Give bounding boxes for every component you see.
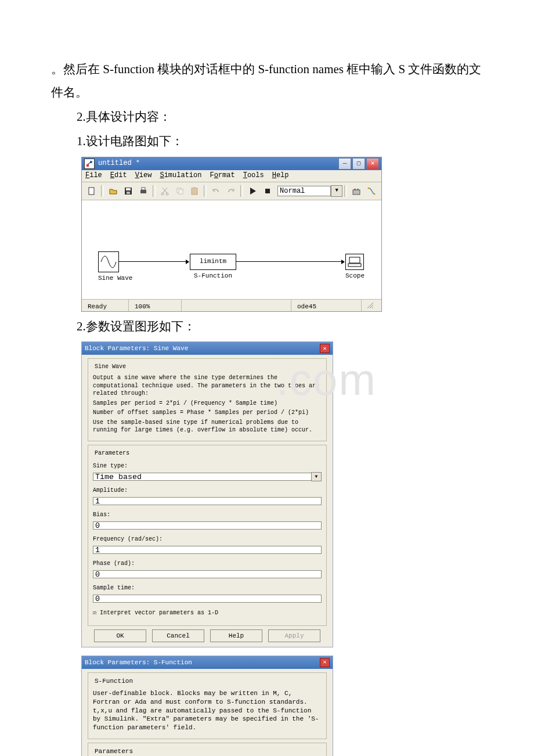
svg-rect-18 [357, 189, 359, 190]
simulink-window: untitled * — ▢ ✕ File Edit View Simulati… [81, 157, 382, 312]
library-browser-icon[interactable] [349, 185, 363, 197]
svg-rect-13 [192, 188, 197, 195]
window-title: untitled * [98, 157, 140, 170]
dialog-title: Block Parameters: S-Function [85, 657, 192, 669]
svg-rect-7 [140, 190, 146, 193]
frequency-label: Frequency (rad/sec): [93, 534, 322, 545]
minimize-button[interactable]: — [338, 158, 351, 170]
toolbar: ▼ [82, 182, 381, 200]
mode-dropdown-icon[interactable]: ▼ [331, 185, 342, 197]
svg-point-20 [373, 193, 375, 195]
cut-icon[interactable] [158, 185, 172, 197]
s-function-block[interactable]: limintm S-Function [190, 254, 236, 282]
svg-rect-5 [126, 188, 131, 190]
desc-4: Use the sample-based sine type if numeri… [93, 419, 322, 434]
svg-rect-0 [86, 164, 89, 167]
menu-edit[interactable]: Edit [110, 169, 127, 182]
wire-1 [119, 261, 189, 262]
svg-rect-8 [142, 188, 145, 190]
save-icon[interactable] [121, 185, 135, 197]
dialog-title: Block Parameters: Sine Wave [85, 343, 188, 355]
status-bar: Ready 100% ode45 [82, 299, 381, 311]
parameters-legend: Parameters [93, 448, 131, 459]
simulation-mode-input[interactable] [277, 186, 331, 196]
svg-rect-21 [349, 257, 360, 263]
help-button[interactable]: Help [210, 629, 262, 642]
scope-label: Scope [345, 270, 365, 282]
desc-1: Output a sine wave where the sine type d… [93, 374, 322, 398]
status-solver: ode45 [291, 300, 362, 311]
svg-rect-12 [179, 189, 183, 194]
maximize-button[interactable]: ▢ [352, 158, 365, 170]
bias-label: Bias: [93, 509, 322, 520]
frequency-input[interactable] [93, 546, 322, 554]
open-icon[interactable] [106, 185, 120, 197]
paragraph-2: 2.具体设计内容： [51, 106, 488, 129]
desc-2: Samples per period = 2*pi / (Frequency *… [93, 399, 322, 408]
amplitude-label: Amplitude: [93, 485, 322, 496]
status-zoom: 100% [129, 300, 182, 311]
bias-input[interactable] [93, 521, 322, 530]
model-explorer-icon[interactable] [365, 185, 378, 197]
scope-block[interactable]: Scope [345, 254, 365, 282]
svg-rect-6 [127, 192, 130, 194]
parameters-legend: Parameters [93, 746, 135, 756]
sine-type-label: Sine type: [93, 460, 322, 471]
title-bar[interactable]: untitled * — ▢ ✕ [82, 157, 381, 170]
amplitude-input[interactable] [93, 497, 322, 505]
svg-rect-15 [265, 189, 270, 193]
svg-rect-14 [193, 187, 196, 189]
sine-wave-dialog: Block Parameters: Sine Wave ✕ Sine Wave … [81, 341, 333, 647]
redo-icon[interactable] [224, 185, 238, 197]
dialog-titlebar[interactable]: Block Parameters: S-Function ✕ [82, 656, 333, 669]
print-icon[interactable] [136, 185, 150, 197]
run-icon[interactable] [246, 185, 259, 197]
sfun-desc: User-definable block. Blocks may be writ… [93, 689, 322, 732]
s-function-legend: S-Function [93, 675, 135, 687]
svg-rect-16 [353, 190, 360, 195]
paragraph-3: 1.设计电路图如下： [51, 130, 488, 153]
ok-button[interactable]: OK [94, 629, 146, 642]
sample-time-label: Sample time: [93, 582, 322, 593]
dialog-titlebar[interactable]: Block Parameters: Sine Wave ✕ [82, 342, 333, 355]
paragraph-4: 2.参数设置图形如下： [51, 315, 488, 339]
s-function-name: limintm [190, 254, 236, 270]
sample-time-input[interactable] [93, 595, 322, 603]
new-icon[interactable] [85, 185, 99, 197]
status-ready: Ready [82, 300, 129, 311]
svg-rect-17 [354, 189, 356, 190]
svg-point-19 [367, 187, 369, 189]
cancel-button[interactable]: Cancel [152, 629, 204, 642]
interpret-vector-checkbox[interactable]: ☑ Interpret vector parameters as 1-D [93, 607, 322, 618]
wire-2 [236, 261, 344, 262]
paste-icon[interactable] [188, 185, 202, 197]
desc-3: Number of offset samples = Phase * Sampl… [93, 409, 322, 417]
phase-label: Phase (rad): [93, 558, 322, 569]
undo-icon[interactable] [209, 185, 223, 197]
sine-wave-label: Sine Wave [98, 272, 132, 285]
menu-simulation[interactable]: Simulation [160, 169, 201, 182]
menu-bar: File Edit View Simulation Format Tools H… [82, 170, 381, 182]
menu-tools[interactable]: Tools [243, 169, 264, 182]
menu-format[interactable]: Format [210, 169, 234, 182]
menu-file[interactable]: File [85, 169, 102, 182]
close-icon[interactable]: ✕ [320, 344, 330, 353]
menu-view[interactable]: View [135, 169, 152, 182]
resize-grip-icon[interactable] [367, 303, 373, 308]
sine-wave-legend: Sine Wave [93, 361, 128, 372]
sine-type-select[interactable] [93, 473, 322, 481]
close-button[interactable]: ✕ [366, 158, 379, 170]
s-function-label: S-Function [190, 270, 236, 282]
sine-wave-block[interactable]: Sine Wave [98, 251, 132, 285]
model-canvas[interactable]: Sine Wave limintm S-Function Scope [82, 200, 381, 299]
apply-button[interactable]: Apply [268, 629, 320, 642]
copy-icon[interactable] [173, 185, 187, 197]
phase-input[interactable] [93, 570, 322, 578]
svg-rect-22 [348, 264, 361, 267]
simulink-icon [84, 159, 95, 169]
close-icon[interactable]: ✕ [320, 658, 330, 667]
stop-icon[interactable] [261, 185, 275, 197]
menu-help[interactable]: Help [272, 169, 289, 182]
chevron-down-icon[interactable]: ▼ [311, 472, 322, 481]
svg-rect-3 [89, 188, 94, 195]
